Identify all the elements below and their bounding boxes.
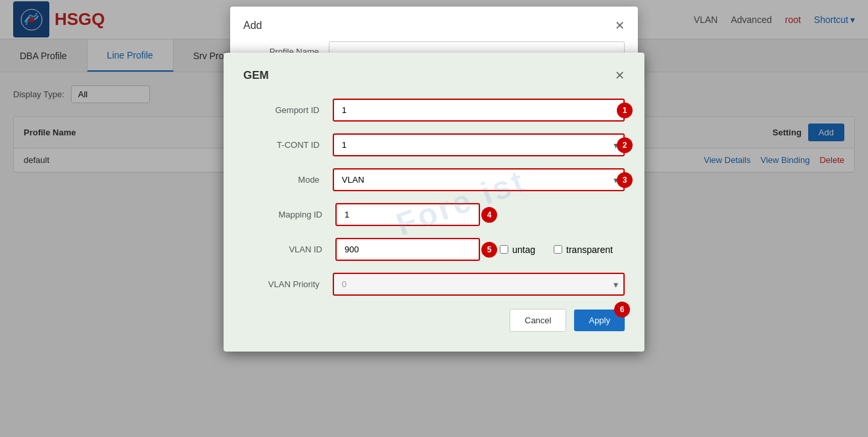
transparent-checkbox[interactable] xyxy=(554,245,562,254)
mapping-id-input[interactable] xyxy=(335,203,480,226)
vlan-id-input[interactable] xyxy=(335,238,480,261)
tcont-id-row: T-CONT ID 1 2 xyxy=(243,133,625,156)
mode-select[interactable]: VLAN xyxy=(333,168,625,191)
tcont-id-select-wrap: 1 xyxy=(333,133,625,156)
vlan-priority-label: VLAN Priority xyxy=(243,279,333,289)
vlan-priority-select-wrap: 0 xyxy=(333,273,625,296)
tcont-id-select[interactable]: 1 xyxy=(333,133,625,156)
add-dialog-title: Add ✕ xyxy=(243,20,625,32)
gemport-id-row: Gemport ID 1 xyxy=(243,99,625,122)
add-dialog-close[interactable]: ✕ xyxy=(615,20,625,32)
mapping-id-row: Mapping ID 4 xyxy=(243,203,625,226)
gemport-id-label: Gemport ID xyxy=(243,105,333,115)
step-badge-3: 3 xyxy=(617,172,633,188)
step-badge-4: 4 xyxy=(481,207,497,223)
gem-dialog-title: GEM xyxy=(243,69,269,82)
apply-wrap: Apply 6 xyxy=(574,310,625,331)
gem-dialog-header: GEM ✕ xyxy=(243,69,625,82)
mode-select-wrap: VLAN xyxy=(333,168,625,191)
gem-dialog-close[interactable]: ✕ xyxy=(615,70,625,81)
transparent-label[interactable]: transparent xyxy=(554,244,613,255)
gem-dialog-footer: Cancel Apply 6 xyxy=(243,309,625,332)
mode-label: Mode xyxy=(243,175,333,185)
cancel-button[interactable]: Cancel xyxy=(510,309,566,332)
mapping-id-label: Mapping ID xyxy=(243,210,335,219)
step-badge-6: 6 xyxy=(614,302,630,317)
gemport-id-input[interactable] xyxy=(333,99,625,122)
untag-checkbox[interactable] xyxy=(500,245,508,254)
step-badge-2: 2 xyxy=(617,137,633,153)
step-badge-5: 5 xyxy=(481,242,497,258)
vlan-priority-row: VLAN Priority 0 xyxy=(243,273,625,296)
vlan-priority-select[interactable]: 0 xyxy=(333,273,625,296)
vlan-id-row: VLAN ID 5 untag transparent xyxy=(243,238,625,261)
tcont-id-label: T-CONT ID xyxy=(243,140,333,150)
vlan-options: untag transparent xyxy=(493,244,613,255)
gem-dialog: GEM ✕ Fore ist Gemport ID 1 T-CONT ID 1 … xyxy=(224,53,644,352)
vlan-id-label: VLAN ID xyxy=(243,244,335,254)
step-badge-1: 1 xyxy=(617,103,633,118)
mode-row: Mode VLAN 3 xyxy=(243,168,625,191)
untag-label[interactable]: untag xyxy=(500,244,535,255)
